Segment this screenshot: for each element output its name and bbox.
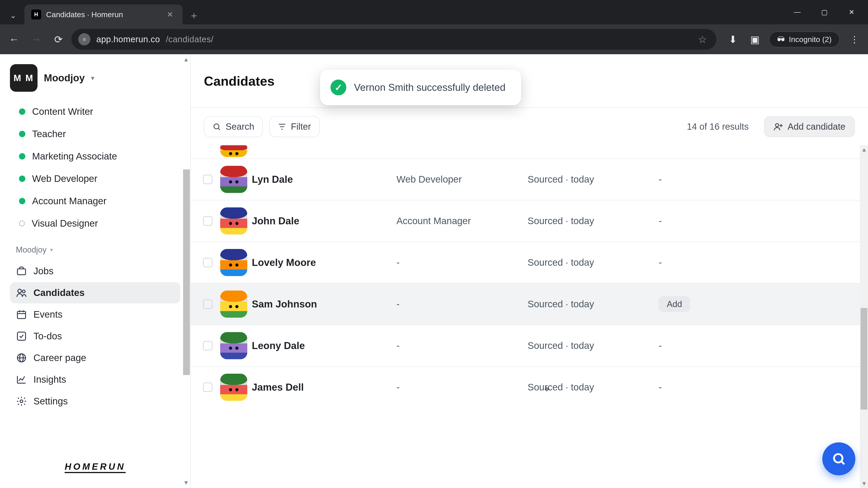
job-filter-item[interactable]: Teacher xyxy=(14,123,182,145)
browser-tab[interactable]: H Candidates · Homerun ✕ xyxy=(24,4,183,24)
nav-item-jobs[interactable]: Jobs xyxy=(10,260,180,282)
window-close-button[interactable]: ✕ xyxy=(839,4,864,20)
add-candidate-button[interactable]: Add candidate xyxy=(764,116,855,137)
svg-line-18 xyxy=(842,462,844,464)
table-scrollbar-thumb[interactable] xyxy=(861,308,867,410)
job-filter-item[interactable]: Web Developer xyxy=(14,168,182,190)
nav-item-events[interactable]: Events xyxy=(10,304,180,325)
candidate-row[interactable]: Sam Johnson-Sourced · todayAdd xyxy=(191,283,868,325)
reload-button[interactable]: ⟳ xyxy=(49,30,67,48)
scrollbar-down-arrow[interactable]: ▼ xyxy=(183,479,189,486)
job-filter-item[interactable]: Account Manager xyxy=(14,190,182,212)
candidate-role: - xyxy=(397,299,528,310)
sidebar-section-toggle[interactable]: Moodjoy ▾ xyxy=(0,234,190,258)
candidate-extra: Add xyxy=(659,296,855,312)
window-minimize-button[interactable]: — xyxy=(785,4,810,20)
scrollbar-down-arrow[interactable]: ▼ xyxy=(861,480,867,487)
brand-footer: HOMERUN xyxy=(0,449,190,488)
row-checkbox[interactable] xyxy=(203,299,213,309)
job-filter-item[interactable]: Content Writer xyxy=(14,101,182,123)
svg-point-14 xyxy=(776,124,779,127)
candidate-row[interactable]: Lovely Moore-Sourced · today- xyxy=(191,241,868,283)
candidate-row[interactable]: Lyn DaleWeb DeveloperSourced · today- xyxy=(191,158,868,200)
nav-item-to-dos[interactable]: To-dos xyxy=(10,326,180,347)
incognito-icon: 🕶 xyxy=(777,35,785,44)
site-info-icon[interactable]: ≡ xyxy=(78,33,90,45)
bookmark-star-icon[interactable]: ☆ xyxy=(695,34,710,45)
briefcase-icon xyxy=(16,265,27,277)
window-maximize-button[interactable]: ▢ xyxy=(812,4,837,20)
scrollbar-up-arrow[interactable]: ▲ xyxy=(183,56,189,63)
candidate-row[interactable] xyxy=(191,145,868,158)
candidate-avatar xyxy=(220,374,247,401)
status-dot-live-icon xyxy=(19,131,25,137)
workspace-switcher[interactable]: M M Moodjoy ▾ xyxy=(0,54,190,99)
svg-rect-3 xyxy=(18,311,26,319)
sidebar-scrollbar-thumb[interactable] xyxy=(183,169,190,375)
candidate-stage: Sourced · today xyxy=(528,382,659,393)
candidate-avatar xyxy=(220,291,247,318)
page-title: Candidates xyxy=(204,73,275,89)
row-checkbox[interactable] xyxy=(203,216,213,226)
browser-toolbar: ← → ⟳ ≡ app.homerun.co/candidates/ ☆ ⬇ ▣… xyxy=(0,24,868,54)
candidates-table: Lyn DaleWeb DeveloperSourced · today-Joh… xyxy=(191,145,868,488)
forward-button[interactable]: → xyxy=(27,30,45,48)
nav-item-candidates[interactable]: Candidates xyxy=(10,282,180,303)
candidate-extra: - xyxy=(659,216,855,226)
row-checkbox[interactable] xyxy=(203,258,213,267)
candidate-row[interactable]: John DaleAccount ManagerSourced · today- xyxy=(191,200,868,241)
table-scrollbar-track[interactable]: ▲ ▼ xyxy=(860,145,868,488)
incognito-label: Incognito (2) xyxy=(789,35,832,44)
nav-item-settings[interactable]: Settings xyxy=(10,391,180,412)
candidate-name: Lovely Moore xyxy=(252,257,397,268)
workspace-logo: M M xyxy=(10,64,37,92)
job-filter-item[interactable]: Visual Designer xyxy=(14,213,182,234)
incognito-indicator[interactable]: 🕶 Incognito (2) xyxy=(769,32,839,47)
calendar-icon xyxy=(16,309,27,320)
reader-icon[interactable]: ▣ xyxy=(747,34,763,45)
page-header: Candidates xyxy=(191,54,868,108)
address-bar[interactable]: ≡ app.homerun.co/candidates/ ☆ xyxy=(71,29,716,50)
candidate-stage: Sourced · today xyxy=(528,340,659,351)
row-checkbox[interactable] xyxy=(203,341,213,350)
new-tab-button[interactable]: ＋ xyxy=(183,6,205,24)
candidate-extra: - xyxy=(659,174,855,185)
candidate-name: Sam Johnson xyxy=(252,298,397,310)
toast-message: Vernon Smith successfully deleted xyxy=(354,82,505,93)
candidate-row[interactable]: Leony Dale-Sourced · today- xyxy=(191,325,868,366)
candidate-row[interactable]: James Dell-Sourced · today- xyxy=(191,366,868,408)
downloads-icon[interactable]: ⬇ xyxy=(725,34,741,45)
main-pane: Candidates Search Filter 14 of 16 result… xyxy=(191,54,868,488)
add-to-job-button[interactable]: Add xyxy=(659,296,690,312)
job-filter-item[interactable]: Marketing Associate xyxy=(14,145,182,167)
browser-menu-button[interactable]: ⋮ xyxy=(846,34,863,44)
candidate-role: - xyxy=(397,340,528,351)
help-fab[interactable] xyxy=(822,442,855,475)
nav-item-label: Candidates xyxy=(33,287,85,298)
candidate-avatar xyxy=(220,249,247,276)
row-checkbox[interactable] xyxy=(203,383,213,392)
scrollbar-up-arrow[interactable]: ▲ xyxy=(861,146,867,153)
status-dot-live-icon xyxy=(19,175,25,182)
candidate-name: James Dell xyxy=(252,382,397,393)
nav-item-label: Career page xyxy=(33,352,86,363)
job-filter-label: Teacher xyxy=(32,129,66,139)
job-filter-label: Content Writer xyxy=(32,106,93,117)
tab-close-button[interactable]: ✕ xyxy=(164,8,176,20)
nav-item-insights[interactable]: Insights xyxy=(10,369,180,390)
svg-point-2 xyxy=(22,290,25,293)
back-button[interactable]: ← xyxy=(5,30,23,48)
nav-item-label: Settings xyxy=(33,396,68,407)
row-checkbox[interactable] xyxy=(203,175,213,184)
job-filter-list: Content WriterTeacherMarketing Associate… xyxy=(0,99,190,234)
candidate-stage: Sourced · today xyxy=(528,257,659,268)
filter-button[interactable]: Filter xyxy=(269,116,320,137)
nav-item-career-page[interactable]: Career page xyxy=(10,347,180,368)
search-icon xyxy=(213,123,221,131)
svg-rect-0 xyxy=(18,269,26,275)
tab-search-dropdown[interactable]: ⌄ xyxy=(2,6,24,24)
candidate-avatar xyxy=(220,145,247,157)
search-button[interactable]: Search xyxy=(204,116,263,137)
candidate-role: Account Manager xyxy=(397,216,528,226)
candidate-stage: Sourced · today xyxy=(528,299,659,310)
